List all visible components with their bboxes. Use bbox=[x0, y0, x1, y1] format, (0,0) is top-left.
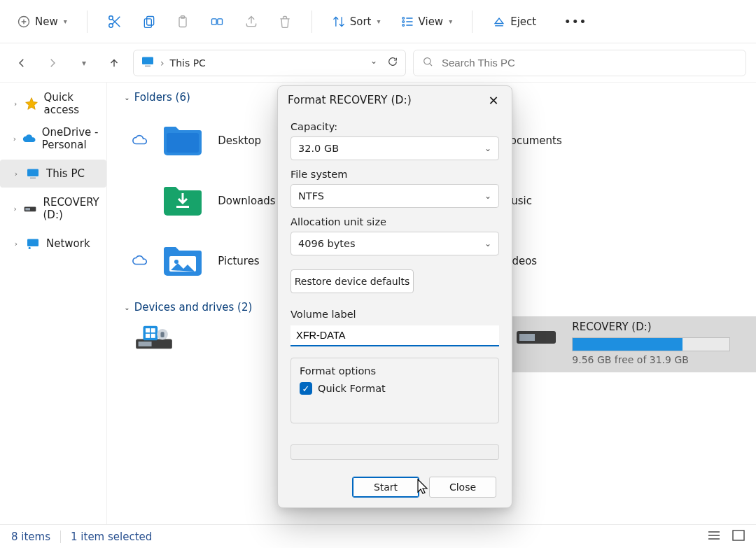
svg-rect-3 bbox=[146, 16, 153, 25]
chevron-down-icon: ⌄ bbox=[484, 239, 491, 248]
sidebar-item-label: RECOVERY (D:) bbox=[43, 196, 102, 221]
paste-button[interactable] bbox=[169, 10, 197, 33]
start-label: Start bbox=[374, 482, 398, 493]
capacity-label: Capacity: bbox=[290, 121, 499, 132]
search-bar[interactable] bbox=[413, 50, 746, 76]
drive-icon bbox=[514, 321, 558, 354]
status-items: 8 items bbox=[11, 531, 50, 543]
recent-button[interactable]: ▾ bbox=[71, 51, 95, 75]
chevron-down-icon[interactable]: ⌄ bbox=[370, 56, 377, 69]
allocation-value: 4096 bytes bbox=[298, 238, 355, 249]
view-icon bbox=[400, 15, 414, 29]
restore-defaults-button[interactable]: Restore device defaults bbox=[290, 269, 414, 293]
quick-format-checkbox[interactable]: ✓ Quick Format bbox=[300, 382, 490, 395]
clipboard-icon bbox=[176, 15, 190, 29]
sidebar-item-onedrive[interactable]: › OneDrive - Personal bbox=[0, 125, 106, 153]
drive-recovery[interactable]: RECOVERY (D:) 9.56 GB free of 31.9 GB bbox=[509, 316, 756, 372]
back-button[interactable] bbox=[10, 51, 34, 75]
allocation-label: Allocation unit size bbox=[290, 216, 499, 227]
folder-icon bbox=[162, 184, 204, 218]
cloud-icon bbox=[22, 134, 36, 143]
svg-rect-36 bbox=[146, 334, 150, 338]
format-dialog: Format RECOVERY (D:) ✕ Capacity: 32.0 GB… bbox=[277, 85, 512, 508]
folder-name: Pictures bbox=[218, 255, 259, 267]
copy-button[interactable] bbox=[135, 10, 163, 33]
drive-usage-bar bbox=[572, 337, 730, 351]
sidebar-item-label: Quick access bbox=[44, 91, 103, 116]
sidebar-item-recovery[interactable]: › RECOVERY (D:) bbox=[0, 195, 106, 223]
network-icon bbox=[25, 238, 41, 249]
sidebar-item-label: OneDrive - Personal bbox=[42, 126, 102, 151]
capacity-select[interactable]: 32.0 GB ⌄ bbox=[290, 136, 499, 160]
sidebar-item-quick-access[interactable]: › Quick access bbox=[0, 90, 106, 118]
volume-label-label: Volume label bbox=[290, 309, 499, 320]
sort-icon bbox=[332, 15, 346, 29]
up-button[interactable] bbox=[102, 51, 126, 75]
capacity-value: 32.0 GB bbox=[298, 143, 339, 154]
sort-button[interactable]: Sort ▾ bbox=[325, 10, 388, 33]
drive-name: RECOVERY (D:) bbox=[572, 321, 756, 333]
volume-label-input[interactable] bbox=[290, 325, 499, 346]
new-button[interactable]: New ▾ bbox=[10, 10, 74, 33]
svg-rect-34 bbox=[146, 328, 150, 332]
rename-button[interactable] bbox=[202, 10, 232, 33]
filesystem-label: File system bbox=[290, 169, 499, 180]
sidebar-item-label: Network bbox=[46, 237, 90, 250]
sidebar-item-label: This PC bbox=[46, 167, 85, 180]
chevron-right-icon: › bbox=[13, 134, 17, 143]
chevron-down-icon: ⌄ bbox=[124, 304, 130, 311]
close-button[interactable]: Close bbox=[429, 477, 496, 498]
view-button[interactable]: View ▾ bbox=[393, 10, 460, 33]
star-icon bbox=[24, 97, 38, 111]
close-label: Close bbox=[449, 482, 476, 493]
checkbox-checked-icon: ✓ bbox=[300, 382, 312, 395]
close-icon[interactable]: ✕ bbox=[484, 90, 503, 110]
allocation-select[interactable]: 4096 bytes ⌄ bbox=[290, 232, 499, 255]
svg-rect-37 bbox=[151, 334, 155, 338]
chevron-down-icon: ▾ bbox=[64, 17, 67, 25]
svg-point-14 bbox=[424, 58, 430, 64]
chevron-down-icon: ▾ bbox=[377, 17, 381, 25]
quick-format-label: Quick Format bbox=[318, 383, 386, 394]
sort-label: Sort bbox=[350, 15, 372, 28]
more-button[interactable]: ••• bbox=[557, 12, 594, 31]
scissors-icon bbox=[107, 14, 122, 29]
svg-rect-13 bbox=[145, 66, 150, 67]
group-label: Folders (6) bbox=[134, 91, 190, 104]
chevron-down-icon: ⌄ bbox=[484, 191, 491, 201]
eject-button[interactable]: Eject bbox=[485, 10, 543, 33]
details-view-icon[interactable] bbox=[707, 530, 721, 544]
filesystem-select[interactable]: NTFS ⌄ bbox=[290, 184, 499, 208]
share-button[interactable] bbox=[237, 10, 265, 33]
rename-icon bbox=[209, 15, 225, 29]
svg-rect-15 bbox=[27, 169, 38, 176]
svg-rect-7 bbox=[211, 18, 216, 24]
refresh-icon[interactable] bbox=[387, 56, 398, 69]
svg-rect-21 bbox=[167, 133, 199, 153]
copy-icon bbox=[142, 15, 156, 29]
filesystem-value: NTFS bbox=[298, 190, 324, 202]
chevron-right-icon: › bbox=[13, 204, 18, 213]
svg-rect-33 bbox=[144, 326, 158, 341]
svg-rect-42 bbox=[733, 531, 744, 540]
tiles-view-icon[interactable] bbox=[732, 530, 745, 544]
chevron-down-icon: ⌄ bbox=[124, 94, 130, 101]
cut-button[interactable] bbox=[100, 10, 130, 34]
sidebar: › Quick access › OneDrive - Personal › T… bbox=[0, 83, 107, 524]
status-selected: 1 item selected bbox=[71, 531, 152, 543]
sidebar-item-this-pc[interactable]: › This PC bbox=[0, 160, 106, 188]
toolbar: New ▾ Sort ▾ View ▾ Eject ••• bbox=[0, 0, 756, 43]
search-input[interactable] bbox=[440, 56, 737, 69]
svg-rect-26 bbox=[176, 206, 189, 208]
breadcrumb-separator: › bbox=[160, 57, 164, 69]
delete-button[interactable] bbox=[271, 10, 299, 33]
drive-free-text: 9.56 GB free of 31.9 GB bbox=[572, 354, 756, 365]
chevron-down-icon: ▾ bbox=[449, 17, 452, 25]
format-options-label: Format options bbox=[300, 365, 490, 377]
folder-icon bbox=[162, 244, 204, 278]
start-button[interactable]: Start bbox=[352, 477, 419, 498]
address-bar[interactable]: › This PC ⌄ bbox=[133, 50, 406, 76]
folder-name: Desktop bbox=[218, 134, 261, 147]
sidebar-item-network[interactable]: › Network bbox=[0, 230, 106, 258]
forward-button[interactable] bbox=[41, 51, 64, 75]
